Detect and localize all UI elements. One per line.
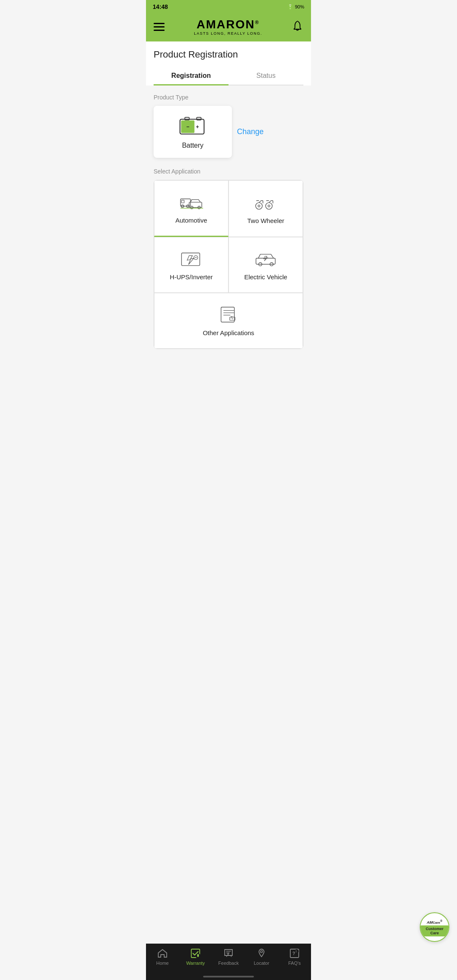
battery-icon: 🔋 (287, 4, 293, 10)
nav-faqs-label: FAQ's (288, 961, 301, 966)
nav-item-home[interactable]: Home (146, 948, 179, 967)
nav-locator-label: Locator (254, 961, 270, 966)
battery-product-icon: − + (178, 114, 208, 138)
battery-level: 90% (295, 4, 304, 9)
ev-icon (254, 249, 278, 268)
app-item-ev[interactable]: Electric Vehicle (228, 237, 303, 293)
warranty-icon (190, 948, 201, 959)
app-item-other[interactable]: Other Applications (154, 293, 303, 349)
svg-rect-32 (221, 307, 234, 322)
change-button[interactable]: Change (237, 127, 264, 136)
nav-item-warranty[interactable]: Warranty (179, 948, 212, 967)
notification-bell-icon[interactable] (292, 20, 303, 33)
two-wheeler-icon (254, 193, 278, 212)
product-type-row: − + Battery Change (154, 106, 303, 158)
status-icons: 🔋 90% (287, 4, 304, 10)
svg-point-43 (261, 951, 263, 953)
nav-item-faqs[interactable]: ? ! FAQ's (278, 948, 311, 967)
locator-icon (256, 948, 267, 959)
svg-text:!: ! (296, 950, 297, 953)
svg-rect-7 (181, 200, 184, 203)
header: AMARON® LASTS LONG, REALLY LONG. (146, 14, 311, 41)
bottom-navigation: Home Warranty Feedback Locator (146, 944, 311, 974)
nav-item-locator[interactable]: Locator (245, 948, 278, 967)
svg-point-15 (258, 205, 260, 207)
svg-text:−: − (186, 124, 189, 130)
app-item-hups[interactable]: H-UPS/Inverter (154, 237, 228, 293)
product-type-label: Product Type (154, 94, 303, 101)
nav-home-label: Home (156, 961, 168, 966)
status-time: 14:48 (153, 3, 168, 10)
product-type-card[interactable]: − + Battery (154, 106, 232, 158)
automotive-icon (180, 193, 203, 212)
tabs: Registration Status (154, 67, 303, 85)
logo: AMARON® LASTS LONG, REALLY LONG. (194, 18, 262, 36)
tab-registration[interactable]: Registration (154, 67, 228, 85)
automotive-label: Automotive (175, 217, 207, 224)
ev-label: Electric Vehicle (244, 273, 287, 281)
page-title: Product Registration (154, 49, 303, 60)
svg-line-16 (259, 201, 261, 203)
feedback-icon (223, 948, 234, 959)
select-application-label: Select Application (154, 168, 303, 175)
svg-point-19 (265, 203, 272, 209)
app-item-automotive[interactable]: Automotive (154, 180, 228, 237)
application-grid: Automotive Two Wheeler (154, 180, 303, 349)
faqs-icon: ? ! (289, 948, 300, 959)
svg-point-14 (256, 203, 262, 209)
status-bar: 14:48 🔋 90% (146, 0, 311, 14)
home-icon (157, 948, 168, 959)
two-wheeler-label: Two Wheeler (247, 217, 284, 224)
nav-warranty-label: Warranty (186, 961, 205, 966)
scroll-indicator (146, 974, 311, 980)
product-card-label: Battery (182, 142, 204, 149)
svg-point-20 (268, 205, 270, 207)
logo-tagline: LASTS LONG, REALLY LONG. (194, 31, 262, 36)
hups-icon (180, 249, 203, 268)
tab-status[interactable]: Status (228, 67, 303, 85)
app-item-two-wheeler[interactable]: Two Wheeler (228, 180, 303, 237)
svg-text:+: + (196, 124, 199, 130)
content-area: Product Type − + Battery Change Select (146, 85, 311, 944)
logo-text: AMARON® (194, 18, 262, 31)
scroll-line (203, 976, 254, 977)
hamburger-menu-icon[interactable] (154, 23, 165, 31)
nav-item-feedback[interactable]: Feedback (212, 948, 245, 967)
svg-line-21 (269, 201, 271, 203)
nav-feedback-label: Feedback (218, 961, 239, 966)
other-applications-icon (217, 305, 240, 324)
hups-label: H-UPS/Inverter (170, 273, 213, 281)
page-title-bar: Product Registration Registration Status (146, 41, 311, 85)
other-applications-label: Other Applications (203, 329, 254, 336)
